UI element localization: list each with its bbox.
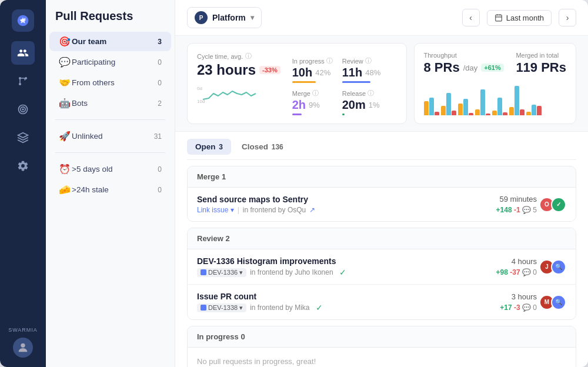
pr-time-histogram: 4 hours (512, 257, 537, 266)
pr-title-sentry: Send source maps to Sentry (197, 195, 496, 204)
pr-changes-sentry: +148 -1 💬 5 (496, 206, 537, 214)
merged-value: 119 PRs (516, 60, 566, 75)
prev-period-button[interactable]: ‹ (462, 9, 480, 26)
nav-icon-unlinked: 🚀 (59, 131, 72, 142)
sidebar-label: SWARMIA (8, 327, 38, 333)
svg-point-5 (22, 109, 24, 110)
nav-item-stale5[interactable]: ⏰ >5 days old 0 (49, 159, 171, 179)
bar-group-3 (458, 99, 473, 115)
in-progress-value: 10h 42% (292, 66, 333, 79)
bar-3b (463, 99, 468, 115)
bar-4b (480, 89, 485, 115)
check-icon-histogram: ✓ (339, 268, 346, 277)
sidebar-logo[interactable] (12, 9, 34, 32)
bar-2c (452, 111, 456, 115)
tab-open[interactable]: Open 3 (187, 139, 231, 155)
in-progress-bar (292, 81, 316, 83)
release-info-icon[interactable]: ⓘ (368, 89, 374, 98)
pr-link-icon[interactable]: ↗ (309, 206, 315, 214)
nav-item-from-others[interactable]: 🤝 From others 0 (49, 73, 171, 92)
pr-changes-histogram: +98 -37 💬 0 (496, 268, 537, 276)
nav-divider-2 (55, 152, 165, 153)
pr-changes-issue-pr: +17 -3 💬 0 (500, 303, 537, 312)
cycle-time-info-icon[interactable]: ⓘ (245, 52, 252, 61)
pr-stats-histogram: 4 hours +98 -37 💬 0 (496, 257, 537, 276)
merged-section: Merged in total 119 PRs (516, 52, 566, 75)
main-header: P Platform ▾ ‹ Last month › (175, 0, 588, 36)
platform-avatar: P (195, 11, 208, 24)
nav-label-from-others: From others (72, 78, 152, 87)
merge-info-icon[interactable]: ⓘ (312, 89, 319, 98)
nav-count-stale5: 0 (152, 165, 162, 174)
pr-time-sentry: 59 minutes (499, 195, 537, 203)
throughput-bar-chart (424, 80, 567, 115)
user-avatar[interactable] (13, 338, 33, 358)
review-info-icon[interactable]: ⓘ (365, 56, 372, 65)
merge-label: Merge ⓘ (292, 89, 333, 98)
sidebar-icon-gear[interactable] (11, 154, 35, 178)
chevron-down-icon: ▾ (250, 14, 254, 22)
throughput-card: Throughput 8 PRs /day +61% Merged in tot… (414, 43, 577, 124)
check-icon-issue-pr: ✓ (316, 303, 323, 312)
merge-metric: Merge ⓘ 2h 9% (292, 85, 333, 115)
svg-text:0d: 0d (197, 86, 202, 91)
bar-1a (424, 101, 429, 115)
sidebar-icon-people[interactable] (11, 41, 35, 65)
in-progress-info-icon[interactable]: ⓘ (326, 56, 333, 65)
link-issue-link[interactable]: Link issue ▾ (197, 206, 234, 214)
nav-item-our-team[interactable]: 🎯 Our team 3 (49, 32, 171, 51)
stats-area: Cycle time, avg. ⓘ 23 hours -33% 10d 0d (175, 36, 588, 132)
avatar-i2: 🔍 (551, 295, 566, 310)
pr-meta-sentry: Link issue ▾ | in frontend by OsQu ↗ (197, 206, 496, 214)
nav-label-unlinked: Unlinked (72, 132, 152, 141)
tab-closed[interactable]: Closed 136 (233, 139, 292, 155)
release-label: Release ⓘ (342, 89, 383, 98)
nav-label-stale5: >5 days old (72, 165, 152, 174)
pr-item-issue-pr: Issue PR count DEV-1338 ▾ in frontend by… (188, 285, 576, 319)
pr-info-histogram: DEV-1336 Histogram improvements DEV-1336… (197, 256, 496, 277)
pr-section-in-progress: In progress 0 No pull requests in progre… (187, 326, 576, 367)
bar-5c (503, 112, 507, 115)
in-progress-metric: In progress ⓘ 10h 42% (292, 53, 333, 83)
pr-stats-sentry: 59 minutes +148 -1 💬 5 (496, 195, 537, 214)
throughput-row: Throughput 8 PRs /day +61% Merged in tot… (424, 52, 567, 75)
sidebar-icon-target[interactable] (11, 98, 35, 121)
nav-item-bots[interactable]: 🤖 Bots 2 (49, 94, 171, 113)
nav-icon-our-team: 🎯 (59, 36, 72, 47)
metrics-card: Cycle time, avg. ⓘ 23 hours -33% 10d 0d (187, 43, 407, 124)
nav-icon-stale24: 🧀 (59, 184, 72, 195)
nav-icon-bots: 🤖 (59, 98, 72, 109)
content-area: Open 3 Closed 136 Merge 1 Send source m (175, 132, 588, 367)
pr-info-issue-pr: Issue PR count DEV-1338 ▾ in frontend by… (197, 292, 500, 312)
nav-item-stale24[interactable]: 🧀 >24h stale 0 (49, 180, 171, 199)
nav-icon-stale5: ⏰ (59, 164, 72, 175)
bar-2b (446, 93, 451, 115)
avatar-h2: 🔍 (551, 259, 566, 275)
bar-4a (475, 109, 480, 115)
pr-meta-issue-pr: DEV-1338 ▾ in frontend by Mika ✓ (197, 303, 500, 312)
svg-rect-13 (201, 269, 206, 275)
bar-3c (469, 113, 473, 115)
date-range-selector[interactable]: Last month (487, 10, 552, 26)
next-period-button[interactable]: › (559, 9, 576, 26)
bar-5a (492, 111, 497, 115)
sidebar: SWARMIA (0, 0, 46, 367)
platform-selector[interactable]: P Platform ▾ (187, 7, 262, 28)
nav-item-participating[interactable]: 💬 Participating 0 (49, 52, 171, 72)
sidebar-bottom: SWARMIA (8, 325, 38, 358)
svg-rect-7 (495, 15, 502, 21)
svg-point-6 (21, 343, 25, 348)
sidebar-icon-layers[interactable] (11, 126, 35, 149)
review-value: 11h 48% (342, 66, 383, 79)
bar-2a (441, 106, 446, 115)
bar-4c (486, 114, 490, 115)
nav-item-unlinked[interactable]: 🚀 Unlinked 31 (49, 126, 171, 146)
bar-3a (458, 104, 463, 115)
release-metric: Release ⓘ 20m 1% (342, 85, 383, 115)
date-range-label: Last month (506, 14, 544, 22)
nav-count-participating: 0 (152, 58, 162, 66)
nav-label-our-team: Our team (72, 37, 152, 46)
sidebar-icon-pr[interactable] (11, 69, 35, 93)
svg-rect-14 (201, 305, 206, 311)
pr-section-merge: Merge 1 Send source maps to Sentry Link … (187, 166, 576, 222)
